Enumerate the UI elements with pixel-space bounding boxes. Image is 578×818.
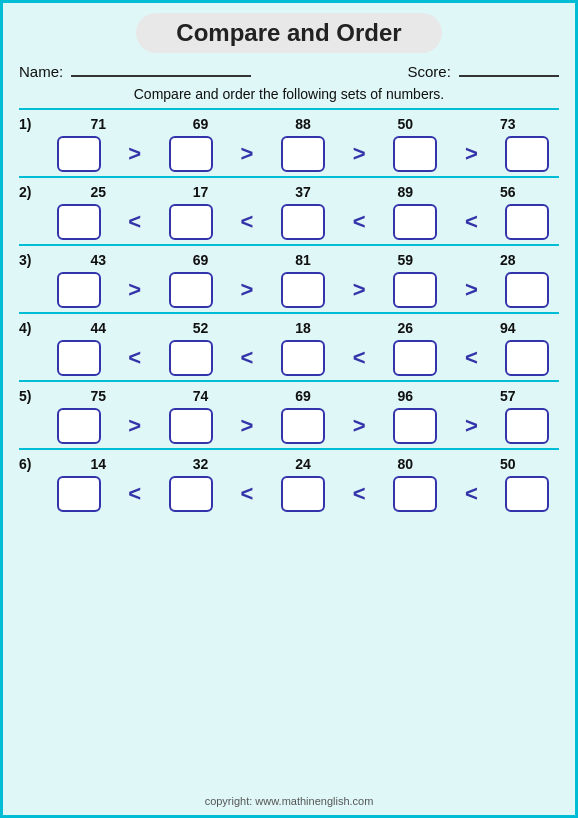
answer-box-2-0[interactable]: [57, 204, 101, 240]
answer-box-2-2[interactable]: [281, 204, 325, 240]
problem-row-6: 6)1432248050<<<<: [19, 448, 559, 516]
answer-box-6-4[interactable]: [505, 476, 549, 512]
number-item-3-0: 43: [68, 252, 128, 268]
numbers-list-3: 4369815928: [47, 252, 559, 268]
boxes-row-5: >>>>: [47, 408, 559, 444]
answer-box-6-3[interactable]: [393, 476, 437, 512]
answer-box-1-4[interactable]: [505, 136, 549, 172]
answer-box-4-4[interactable]: [505, 340, 549, 376]
answer-box-4-0[interactable]: [57, 340, 101, 376]
answer-box-1-3[interactable]: [393, 136, 437, 172]
number-item-5-0: 75: [68, 388, 128, 404]
answer-box-2-1[interactable]: [169, 204, 213, 240]
problem-number-6: 6): [19, 456, 47, 472]
answer-box-1-0[interactable]: [57, 136, 101, 172]
operator-1-1: >: [232, 141, 262, 167]
boxes-row-6: <<<<: [47, 476, 559, 512]
numbers-row-5: 5)7574699657: [19, 388, 559, 404]
number-item-5-1: 74: [171, 388, 231, 404]
number-item-2-0: 25: [68, 184, 128, 200]
score-label: Score:: [407, 63, 559, 80]
numbers-list-2: 2517378956: [47, 184, 559, 200]
copyright: copyright: www.mathinenglish.com: [205, 795, 374, 807]
title-bar: Compare and Order: [136, 13, 441, 53]
problem-number-4: 4): [19, 320, 47, 336]
number-item-4-1: 52: [171, 320, 231, 336]
number-item-3-1: 69: [171, 252, 231, 268]
number-item-5-2: 69: [273, 388, 333, 404]
answer-box-3-0[interactable]: [57, 272, 101, 308]
operator-4-1: <: [232, 345, 262, 371]
name-label: Name:: [19, 63, 251, 80]
answer-box-6-1[interactable]: [169, 476, 213, 512]
operator-5-1: >: [232, 413, 262, 439]
problem-number-3: 3): [19, 252, 47, 268]
problem-section: 1)7169885073>>>>2)2517378956<<<<3)436981…: [19, 108, 559, 516]
answer-box-5-2[interactable]: [281, 408, 325, 444]
problem-number-2: 2): [19, 184, 47, 200]
number-item-6-3: 80: [375, 456, 435, 472]
answer-box-4-1[interactable]: [169, 340, 213, 376]
numbers-row-3: 3)4369815928: [19, 252, 559, 268]
answer-box-5-4[interactable]: [505, 408, 549, 444]
number-item-6-2: 24: [273, 456, 333, 472]
numbers-row-1: 1)7169885073: [19, 116, 559, 132]
operator-5-2: >: [344, 413, 374, 439]
boxes-row-4: <<<<: [47, 340, 559, 376]
answer-box-6-0[interactable]: [57, 476, 101, 512]
page-title: Compare and Order: [176, 19, 401, 46]
answer-box-6-2[interactable]: [281, 476, 325, 512]
answer-box-2-3[interactable]: [393, 204, 437, 240]
answer-box-3-4[interactable]: [505, 272, 549, 308]
number-item-1-2: 88: [273, 116, 333, 132]
number-item-6-1: 32: [171, 456, 231, 472]
problem-row-3: 3)4369815928>>>>: [19, 244, 559, 312]
number-item-2-2: 37: [273, 184, 333, 200]
score-line[interactable]: [459, 75, 559, 77]
numbers-list-4: 4452182694: [47, 320, 559, 336]
numbers-row-4: 4)4452182694: [19, 320, 559, 336]
operator-6-2: <: [344, 481, 374, 507]
answer-box-1-1[interactable]: [169, 136, 213, 172]
answer-box-5-1[interactable]: [169, 408, 213, 444]
number-item-5-4: 57: [478, 388, 538, 404]
operator-3-3: >: [456, 277, 486, 303]
answer-box-5-3[interactable]: [393, 408, 437, 444]
operator-2-3: <: [456, 209, 486, 235]
answer-box-3-2[interactable]: [281, 272, 325, 308]
name-score-row: Name: Score:: [19, 63, 559, 80]
operator-1-2: >: [344, 141, 374, 167]
operator-5-3: >: [456, 413, 486, 439]
answer-box-4-2[interactable]: [281, 340, 325, 376]
answer-box-2-4[interactable]: [505, 204, 549, 240]
answer-box-1-2[interactable]: [281, 136, 325, 172]
number-item-1-4: 73: [478, 116, 538, 132]
boxes-row-1: >>>>: [47, 136, 559, 172]
number-item-1-3: 50: [375, 116, 435, 132]
number-item-3-3: 59: [375, 252, 435, 268]
operator-5-0: >: [120, 413, 150, 439]
name-line[interactable]: [71, 75, 251, 77]
operator-3-2: >: [344, 277, 374, 303]
problem-row-2: 2)2517378956<<<<: [19, 176, 559, 244]
operator-1-0: >: [120, 141, 150, 167]
answer-box-3-1[interactable]: [169, 272, 213, 308]
problem-number-5: 5): [19, 388, 47, 404]
numbers-list-5: 7574699657: [47, 388, 559, 404]
boxes-row-2: <<<<: [47, 204, 559, 240]
problem-row-4: 4)4452182694<<<<: [19, 312, 559, 380]
answer-box-4-3[interactable]: [393, 340, 437, 376]
number-item-3-2: 81: [273, 252, 333, 268]
answer-box-5-0[interactable]: [57, 408, 101, 444]
operator-4-3: <: [456, 345, 486, 371]
number-item-4-4: 94: [478, 320, 538, 336]
problem-number-1: 1): [19, 116, 47, 132]
number-item-4-2: 18: [273, 320, 333, 336]
number-item-3-4: 28: [478, 252, 538, 268]
number-item-6-4: 50: [478, 456, 538, 472]
number-item-2-1: 17: [171, 184, 231, 200]
number-item-4-3: 26: [375, 320, 435, 336]
answer-box-3-3[interactable]: [393, 272, 437, 308]
numbers-row-6: 6)1432248050: [19, 456, 559, 472]
operator-6-1: <: [232, 481, 262, 507]
